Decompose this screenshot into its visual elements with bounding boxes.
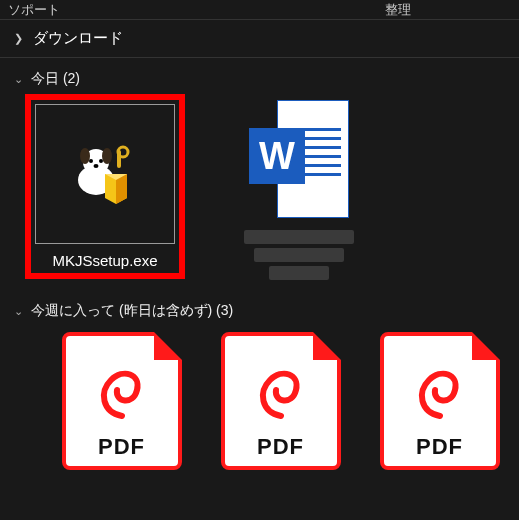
toolbar-left-label: ソポート	[8, 1, 385, 19]
file-item-pdf[interactable]: PDF	[42, 332, 201, 470]
svg-point-3	[102, 148, 112, 164]
toolbar: ソポート 整理	[0, 0, 519, 20]
file-item-pdf[interactable]: PDF	[201, 332, 360, 470]
svg-point-5	[99, 159, 103, 163]
pdf-icon: PDF	[221, 332, 341, 470]
file-thumbnail	[35, 104, 175, 244]
file-name-redacted	[239, 230, 359, 280]
toolbar-right-label[interactable]: 整理	[385, 1, 511, 19]
group-label: 今週に入って (昨日は含めず) (3)	[31, 302, 233, 320]
chevron-down-icon: ⌄	[14, 305, 23, 318]
group-header-today[interactable]: ⌄ 今日 (2)	[0, 58, 519, 94]
chevron-down-icon: ⌄	[14, 73, 23, 86]
file-name: MKJSsetup.exe	[35, 252, 175, 269]
file-list: ⌄ 今日 (2)	[0, 58, 519, 474]
svg-point-2	[80, 148, 90, 164]
pdf-label: PDF	[384, 434, 496, 460]
pdf-icon: PDF	[62, 332, 182, 470]
file-item-exe[interactable]: MKJSsetup.exe	[10, 94, 200, 284]
breadcrumb-location: ダウンロード	[33, 29, 123, 48]
file-item-word[interactable]: W	[204, 94, 394, 284]
group-today-items: MKJSsetup.exe W	[0, 94, 519, 284]
svg-point-6	[94, 164, 99, 168]
chevron-right-icon: ❯	[14, 32, 23, 45]
file-item-pdf[interactable]: PDF	[360, 332, 519, 470]
breadcrumb[interactable]: ❯ ダウンロード	[0, 20, 519, 58]
pdf-label: PDF	[225, 434, 337, 460]
word-doc-icon: W	[249, 100, 349, 220]
svg-point-4	[89, 159, 93, 163]
group-thisweek-items: PDF PDF PDF	[0, 326, 519, 474]
selection-highlight: MKJSsetup.exe	[25, 94, 185, 279]
group-label: 今日 (2)	[31, 70, 80, 88]
group-header-thisweek[interactable]: ⌄ 今週に入って (昨日は含めず) (3)	[0, 290, 519, 326]
pdf-label: PDF	[66, 434, 178, 460]
app-dog-icon	[73, 142, 137, 206]
svg-point-8	[118, 147, 128, 157]
pdf-icon: PDF	[380, 332, 500, 470]
